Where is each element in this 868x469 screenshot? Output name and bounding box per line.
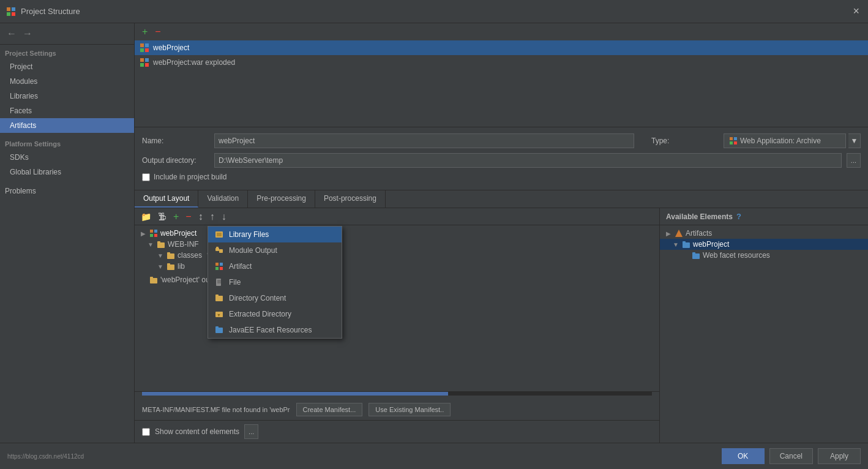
elements-toggle-webproject[interactable]: ▼ xyxy=(672,241,679,248)
tree-toggle-webproject[interactable]: ▶ xyxy=(140,230,147,237)
tree-toggle-web-inf[interactable]: ▼ xyxy=(147,241,154,248)
down-btn[interactable]: ↓ xyxy=(219,210,229,223)
dropdown-item-javaee[interactable]: JavaEE Facet Resources xyxy=(208,322,342,338)
help-button[interactable]: ? xyxy=(736,212,741,221)
main-panel: + − webProject xyxy=(135,23,868,443)
svg-rect-13 xyxy=(734,137,737,140)
name-input[interactable] xyxy=(214,133,634,148)
content-area: ← → Project Settings Project Modules Lib… xyxy=(0,23,868,443)
dropdown-item-extracted-directory[interactable]: ▼ Extracted Directory xyxy=(208,306,342,322)
layout-area: 📁 🗜 + xyxy=(135,208,868,443)
dropdown-item-directory-content[interactable]: Directory Content xyxy=(208,290,342,306)
browse-button[interactable]: ... xyxy=(847,153,861,168)
create-manifest-button[interactable]: Create Manifest... xyxy=(296,403,363,416)
remove-tree-btn[interactable]: − xyxy=(183,210,193,223)
right-panel: Name: Type: Web Appli xyxy=(135,127,868,443)
sidebar-item-global-libraries[interactable]: Global Libraries xyxy=(0,165,134,179)
elements-item-artifacts[interactable]: ▶ Artifacts xyxy=(660,228,868,239)
artifact-item-webproject-war[interactable]: webProject:war exploded xyxy=(135,55,868,70)
svg-rect-46 xyxy=(167,263,170,266)
svg-text:▼: ▼ xyxy=(217,313,221,317)
close-button[interactable]: × xyxy=(850,5,862,18)
svg-rect-39 xyxy=(150,234,153,237)
folder-btn[interactable]: 📁 xyxy=(138,211,154,223)
artifact-dropdown-icon xyxy=(214,261,224,271)
sidebar-nav: ← → xyxy=(0,23,134,45)
svg-rect-6 xyxy=(140,48,144,52)
svg-rect-4 xyxy=(140,43,144,47)
dropdown-item-file[interactable]: File xyxy=(208,274,342,290)
directory-content-icon xyxy=(214,293,224,303)
tab-post-processing[interactable]: Post-processing xyxy=(315,190,386,208)
svg-rect-8 xyxy=(140,58,144,62)
sidebar-item-problems[interactable]: Problems xyxy=(0,179,134,203)
remove-artifact-button[interactable]: − xyxy=(152,25,163,39)
cancel-button[interactable]: Cancel xyxy=(769,448,813,464)
name-label: Name: xyxy=(142,137,209,145)
project-structure-window: Project Structure × ← → Project Settings… xyxy=(0,0,868,469)
tabs-bar: Output Layout Validation Pre-processing … xyxy=(135,190,868,208)
sidebar-item-facets[interactable]: Facets xyxy=(0,103,134,118)
svg-rect-32 xyxy=(215,295,219,297)
add-artifact-button[interactable]: + xyxy=(140,25,150,39)
artifact-toolbar: + − xyxy=(135,23,868,40)
sidebar-item-modules[interactable]: Modules xyxy=(0,74,134,89)
type-dropdown-button[interactable]: ▼ xyxy=(848,133,861,148)
include-build-label: Include in project build xyxy=(154,173,226,181)
use-existing-manifest-button[interactable]: Use Existing Manifest.. xyxy=(369,403,451,416)
svg-rect-42 xyxy=(157,241,160,244)
nav-forward-button[interactable]: → xyxy=(21,27,34,40)
tree-toggle-lib[interactable]: ▼ xyxy=(157,263,164,270)
svg-rect-3 xyxy=(12,12,15,16)
svg-rect-14 xyxy=(730,141,733,144)
sidebar-item-project[interactable]: Project xyxy=(0,59,134,74)
output-dir-input[interactable] xyxy=(214,153,842,168)
sort-btn[interactable]: ↕ xyxy=(196,210,206,223)
artifact-icon-webproject xyxy=(140,43,149,53)
nav-back-button[interactable]: ← xyxy=(5,27,18,40)
tree-toggle-output[interactable] xyxy=(140,276,147,283)
add-dropdown-menu: Library Files xyxy=(208,226,342,339)
tree-toggle-classes[interactable]: ▼ xyxy=(157,252,164,259)
sidebar-item-artifacts[interactable]: Artifacts xyxy=(0,118,134,133)
apply-button[interactable]: Apply xyxy=(818,448,861,464)
elements-header: Available Elements ? xyxy=(660,208,868,225)
manifest-warning: META-INF/MANIFEST.MF file not found in '… xyxy=(142,406,290,413)
up-btn[interactable]: ↑ xyxy=(208,210,217,223)
dropdown-item-artifact[interactable]: Artifact xyxy=(208,258,342,274)
progress-fill xyxy=(142,392,448,396)
name-row: Name: Type: Web Appli xyxy=(142,133,861,148)
show-content-more-button[interactable]: ... xyxy=(244,424,258,439)
add-tree-btn[interactable]: + xyxy=(171,210,181,223)
footer-url: https://blog.csdn.net/4112cd xyxy=(7,453,717,460)
ok-button[interactable]: OK xyxy=(722,448,765,464)
artifact-icon-war xyxy=(140,58,149,67)
dropdown-item-module-output[interactable]: Module Output xyxy=(208,242,342,258)
dropdown-item-library-files[interactable]: Library Files xyxy=(208,227,342,242)
sidebar: ← → Project Settings Project Modules Lib… xyxy=(0,23,135,443)
sidebar-item-sdks[interactable]: SDKs xyxy=(0,150,134,165)
tab-pre-processing[interactable]: Pre-processing xyxy=(248,190,315,208)
file-icon xyxy=(214,277,224,287)
elements-label-artifacts: Artifacts xyxy=(686,229,712,238)
elements-toggle-artifacts[interactable]: ▶ xyxy=(665,230,672,237)
sidebar-item-libraries[interactable]: Libraries xyxy=(0,89,134,103)
artifact-config: Name: Type: Web Appli xyxy=(135,127,868,190)
elements-tree: ▶ Artifacts ▼ xyxy=(660,225,868,443)
elements-label-webproject: webProject xyxy=(693,240,729,249)
output-dir-label: Output directory: xyxy=(142,156,209,165)
include-build-checkbox[interactable] xyxy=(142,173,150,181)
show-content-checkbox[interactable] xyxy=(142,428,150,436)
tab-validation[interactable]: Validation xyxy=(198,190,248,208)
elements-item-web-facet[interactable]: Web facet resources xyxy=(660,250,868,261)
elements-toggle-web-facet xyxy=(682,252,689,259)
progress-bar xyxy=(142,392,652,396)
elements-label-web-facet: Web facet resources xyxy=(703,251,770,260)
tab-output-layout[interactable]: Output Layout xyxy=(135,190,198,208)
svg-rect-7 xyxy=(145,48,149,52)
artifact-item-webproject[interactable]: webProject xyxy=(135,40,868,55)
svg-rect-9 xyxy=(145,58,149,62)
archive-btn[interactable]: 🗜 xyxy=(155,211,169,223)
artifact-list-panel: + − webProject xyxy=(135,23,868,127)
elements-item-webproject[interactable]: ▼ webProject xyxy=(660,239,868,250)
